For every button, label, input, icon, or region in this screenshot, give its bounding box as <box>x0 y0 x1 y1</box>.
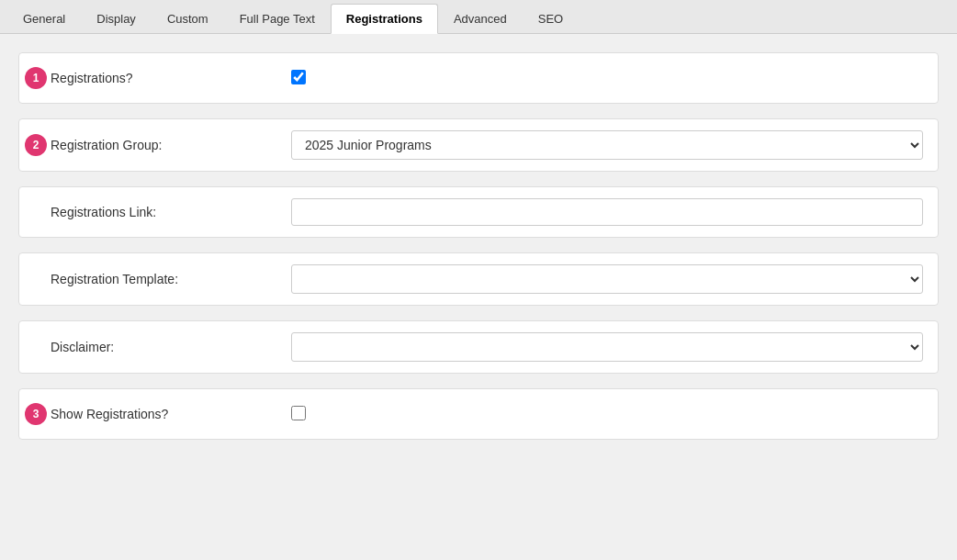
tab-bar: General Display Custom Full Page Text Re… <box>0 0 957 34</box>
registrations-link-control <box>276 187 938 237</box>
registration-group-label: Registration Group: <box>38 138 162 152</box>
registrations-label-wrapper: 1 Registrations? <box>19 56 276 100</box>
disclaimer-select[interactable] <box>291 332 923 362</box>
registrations-link-input[interactable] <box>291 198 923 226</box>
registrations-checkbox[interactable] <box>291 70 306 84</box>
show-registrations-label: Show Registrations? <box>38 407 168 421</box>
registrations-link-row: Registrations Link: <box>18 186 939 238</box>
tab-general[interactable]: General <box>7 4 81 33</box>
tab-registrations[interactable]: Registrations <box>331 4 438 34</box>
registration-group-select[interactable]: 2025 Junior Programs 2024 Junior Program… <box>291 130 923 160</box>
registrations-link-label-wrapper: Registrations Link: <box>19 190 276 234</box>
registration-template-row: Registration Template: <box>18 252 939 306</box>
registration-template-label-wrapper: Registration Template: <box>19 257 276 301</box>
registrations-row: 1 Registrations? <box>18 52 939 104</box>
registrations-control <box>276 59 938 98</box>
show-registrations-checkbox[interactable] <box>291 406 306 420</box>
registrations-label: Registrations? <box>38 71 133 85</box>
registration-template-select[interactable] <box>291 264 923 294</box>
tab-seo[interactable]: SEO <box>523 4 579 33</box>
tab-advanced[interactable]: Advanced <box>438 4 523 33</box>
show-registrations-control <box>276 395 938 434</box>
disclaimer-label-wrapper: Disclaimer: <box>19 325 276 369</box>
tab-display[interactable]: Display <box>81 4 152 33</box>
registration-group-badge: 2 <box>25 134 47 156</box>
tab-full-page-text[interactable]: Full Page Text <box>224 4 331 33</box>
main-content: 1 Registrations? 2 Registration Group: 2… <box>0 34 957 560</box>
registrations-badge: 1 <box>25 67 47 89</box>
show-registrations-label-wrapper: 3 Show Registrations? <box>19 392 276 436</box>
disclaimer-control <box>276 321 938 373</box>
registration-template-label: Registration Template: <box>38 272 178 286</box>
disclaimer-row: Disclaimer: <box>18 320 939 374</box>
show-registrations-row: 3 Show Registrations? <box>18 388 939 440</box>
disclaimer-label: Disclaimer: <box>38 340 114 354</box>
registration-group-row: 2 Registration Group: 2025 Junior Progra… <box>18 118 939 172</box>
tab-custom[interactable]: Custom <box>152 4 224 33</box>
registrations-link-label: Registrations Link: <box>38 205 156 219</box>
registration-group-label-wrapper: 2 Registration Group: <box>19 123 276 167</box>
show-registrations-badge: 3 <box>25 403 47 425</box>
registration-template-control <box>276 253 938 305</box>
registration-group-control: 2025 Junior Programs 2024 Junior Program… <box>276 119 938 171</box>
